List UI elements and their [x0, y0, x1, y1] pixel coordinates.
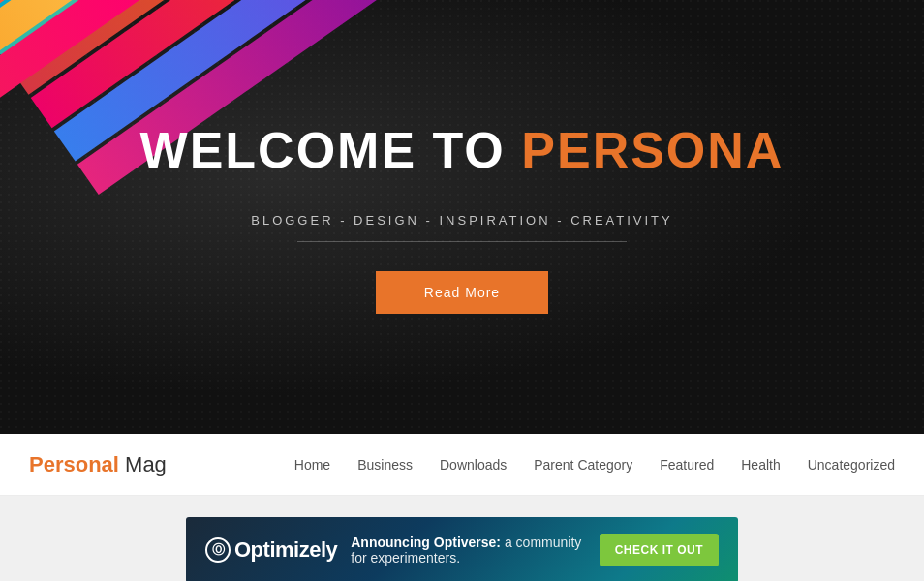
ad-section: Ⓞ Optimizely Announcing Optiverse: a com… — [0, 496, 924, 581]
hero-subtitle: BLOGGER - DESIGN - INSPIRATION - CREATIV… — [140, 213, 785, 228]
nav-item-home[interactable]: Home — [294, 456, 330, 474]
nav-link-health[interactable]: Health — [741, 457, 780, 473]
ad-logo-icon: Ⓞ — [205, 537, 231, 563]
ad-cta-button[interactable]: CHECK IT OUT — [600, 534, 719, 566]
nav-item-business[interactable]: Business — [357, 456, 413, 474]
navbar: Personal Mag Home Business Downloads Par… — [0, 434, 924, 496]
nav-menu: Home Business Downloads Parent Category … — [294, 456, 895, 474]
nav-item-uncategorized[interactable]: Uncategorized — [808, 456, 895, 474]
ad-banner: Ⓞ Optimizely Announcing Optiverse: a com… — [186, 517, 738, 581]
nav-link-parent-category[interactable]: Parent Category — [534, 457, 632, 473]
ad-text-main: Announcing Optiverse: — [351, 535, 501, 550]
hero-content: WELCOME TO PERSONA BLOGGER - DESIGN - IN… — [121, 121, 804, 314]
hero-title-white: WELCOME TO — [140, 122, 506, 178]
nav-link-featured[interactable]: Featured — [660, 457, 714, 473]
hero-divider-top — [297, 199, 627, 199]
nav-link-downloads[interactable]: Downloads — [440, 457, 507, 473]
nav-item-health[interactable]: Health — [741, 456, 780, 474]
nav-link-uncategorized[interactable]: Uncategorized — [808, 457, 895, 473]
ad-logo-name: Optimizely — [234, 537, 337, 563]
ad-logo: Ⓞ Optimizely — [205, 537, 337, 563]
read-more-button[interactable]: Read More — [376, 271, 548, 314]
nav-item-parent-category[interactable]: Parent Category — [534, 456, 632, 474]
hero-divider-bottom — [297, 241, 627, 242]
hero-title-orange: PERSONA — [521, 122, 784, 178]
nav-link-business[interactable]: Business — [357, 457, 413, 473]
ad-logo-area: Ⓞ Optimizely — [205, 537, 337, 563]
brand-logo: Personal Mag — [29, 452, 167, 477]
nav-item-downloads[interactable]: Downloads — [440, 456, 507, 474]
hero-title: WELCOME TO PERSONA — [140, 121, 785, 179]
brand-mag: Mag — [119, 452, 167, 476]
ad-text: Announcing Optiverse: a community for ex… — [351, 535, 585, 566]
hero-section: WELCOME TO PERSONA BLOGGER - DESIGN - IN… — [0, 0, 924, 434]
nav-link-home[interactable]: Home — [294, 457, 330, 473]
brand-personal: Personal — [29, 452, 119, 476]
nav-item-featured[interactable]: Featured — [660, 456, 714, 474]
